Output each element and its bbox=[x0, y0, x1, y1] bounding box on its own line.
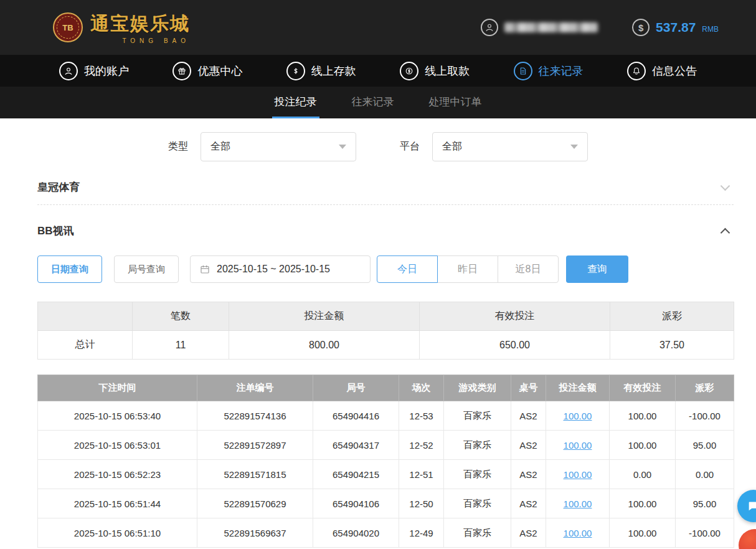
col-header-payout: 派彩 bbox=[676, 375, 734, 401]
search-button[interactable]: 查询 bbox=[566, 255, 628, 283]
query-toolbar: 日期查询 局号查询 2025-10-15 ~ 2025-10-15 今日 昨日 … bbox=[37, 255, 734, 283]
balance-amount: 537.87 bbox=[656, 20, 696, 35]
table-no: AS2 bbox=[511, 489, 546, 518]
date-range-input[interactable]: 2025-10-15 ~ 2025-10-15 bbox=[190, 255, 371, 283]
bet-time: 2025-10-15 06:51:10 bbox=[38, 518, 197, 548]
yesterday-button[interactable]: 昨日 bbox=[437, 255, 498, 283]
valid-bet: 100.00 bbox=[610, 489, 676, 518]
sub-tabs: 投注纪录 往来记录 处理中订单 bbox=[0, 87, 756, 118]
payout: 0.00 bbox=[676, 460, 734, 489]
brand-coin-label: TB bbox=[57, 16, 79, 39]
dollar-icon: $ bbox=[632, 19, 650, 36]
session: 12-49 bbox=[399, 518, 444, 548]
bet-id: 522891572897 bbox=[197, 431, 313, 460]
round-query-button[interactable]: 局号查询 bbox=[114, 255, 179, 283]
table-no: AS2 bbox=[511, 518, 546, 548]
brand-coin-icon: TB bbox=[53, 12, 83, 42]
bet-amount-link[interactable]: 100.00 bbox=[564, 411, 592, 421]
today-button[interactable]: 今日 bbox=[377, 255, 438, 283]
divider bbox=[37, 204, 734, 205]
session: 12-52 bbox=[399, 431, 444, 460]
nav-label: 我的账户 bbox=[84, 64, 129, 79]
date-query-button[interactable]: 日期查询 bbox=[37, 255, 102, 283]
chevron-down-icon[interactable] bbox=[721, 181, 730, 191]
balance-currency: RMB bbox=[702, 25, 719, 34]
table-header-row: 下注时间 注单编号 局号 场次 游戏类别 桌号 投注金额 有效投注 派彩 bbox=[38, 375, 734, 401]
section-crown-sports[interactable]: 皇冠体育 bbox=[37, 180, 734, 194]
valid-bet: 100.00 bbox=[610, 401, 676, 431]
summary-header-cell: 有效投注 bbox=[420, 302, 610, 331]
withdraw-icon bbox=[400, 62, 418, 80]
user-avatar-icon bbox=[481, 19, 498, 36]
summary-payout: 37.50 bbox=[610, 331, 734, 360]
table-no: AS2 bbox=[511, 460, 546, 489]
section-title: BB视讯 bbox=[37, 224, 74, 238]
brand-logo[interactable]: TB 通宝娱乐城 TONG BAO bbox=[53, 11, 190, 44]
game-type: 百家乐 bbox=[444, 401, 511, 431]
tab-betting-records[interactable]: 投注纪录 bbox=[272, 87, 319, 118]
bet-id: 522891574136 bbox=[197, 401, 313, 431]
round-no: 654904317 bbox=[313, 431, 399, 460]
nav-label: 线上存款 bbox=[311, 64, 356, 79]
chevron-up-icon[interactable] bbox=[721, 228, 730, 238]
session: 12-50 bbox=[399, 489, 444, 518]
tab-pending-orders[interactable]: 处理中订单 bbox=[427, 87, 484, 118]
tab-transaction-records[interactable]: 往来记录 bbox=[349, 87, 397, 118]
brand-name: 通宝娱乐城 bbox=[90, 11, 190, 37]
summary-header-cell: 派彩 bbox=[610, 302, 734, 331]
gift-icon bbox=[172, 62, 191, 80]
payout: -100.00 bbox=[676, 401, 734, 431]
bet-id: 522891570629 bbox=[197, 489, 313, 518]
main-nav: 我的账户 优惠中心 线上存款 线上取款 往来记录 信息公告 bbox=[0, 55, 756, 87]
game-type: 百家乐 bbox=[444, 460, 511, 489]
col-header-bet-time: 下注时间 bbox=[38, 375, 197, 401]
summary-header-cell: 笔数 bbox=[133, 302, 229, 331]
nav-item-promotions[interactable]: 优惠中心 bbox=[172, 62, 242, 80]
bell-icon bbox=[627, 62, 646, 80]
bet-amount-link[interactable]: 100.00 bbox=[564, 528, 592, 538]
bet-amount-link[interactable]: 100.00 bbox=[564, 440, 592, 451]
platform-select[interactable]: 全部 bbox=[432, 132, 588, 161]
nav-item-deposit[interactable]: 线上存款 bbox=[286, 62, 356, 80]
nav-label: 线上取款 bbox=[425, 64, 470, 79]
summary-bet-amount: 800.00 bbox=[229, 331, 420, 360]
type-select[interactable]: 全部 bbox=[201, 132, 356, 161]
deposit-icon bbox=[286, 62, 305, 80]
nav-label: 优惠中心 bbox=[197, 64, 242, 79]
nav-item-withdraw[interactable]: 线上取款 bbox=[400, 62, 470, 80]
session: 12-53 bbox=[399, 401, 444, 431]
section-bb-video[interactable]: BB视讯 bbox=[37, 224, 734, 238]
summary-valid-bet: 650.00 bbox=[420, 331, 610, 360]
type-select-value: 全部 bbox=[210, 140, 230, 153]
session: 12-51 bbox=[399, 460, 444, 489]
bet-amount-link[interactable]: 100.00 bbox=[564, 469, 592, 480]
game-type: 百家乐 bbox=[444, 489, 511, 518]
valid-bet: 0.00 bbox=[610, 460, 676, 489]
table-row: 2025-10-15 06:53:01 522891572897 6549043… bbox=[38, 431, 734, 460]
table-no: AS2 bbox=[511, 401, 546, 431]
brand-subtitle: TONG BAO bbox=[90, 37, 190, 44]
section-title: 皇冠体育 bbox=[37, 180, 80, 194]
col-header-game-type: 游戏类别 bbox=[444, 375, 511, 401]
chat-bubble-icon bbox=[747, 499, 756, 513]
last-8-days-button[interactable]: 近8日 bbox=[498, 255, 559, 283]
chevron-down-icon bbox=[339, 145, 346, 149]
game-type: 百家乐 bbox=[444, 518, 511, 548]
nav-label: 往来记录 bbox=[539, 64, 584, 79]
summary-total-label: 总计 bbox=[38, 331, 133, 360]
platform-select-value: 全部 bbox=[442, 140, 462, 153]
nav-item-records[interactable]: 往来记录 bbox=[514, 62, 584, 80]
user-chip[interactable] bbox=[481, 19, 598, 36]
summary-header-cell: 投注金额 bbox=[229, 302, 420, 331]
records-icon bbox=[514, 62, 532, 80]
table-row: 2025-10-15 06:51:10 522891569637 6549040… bbox=[38, 518, 734, 548]
col-header-round: 局号 bbox=[313, 375, 399, 401]
balance[interactable]: $ 537.87 RMB bbox=[632, 19, 719, 36]
round-no: 654904416 bbox=[313, 401, 399, 431]
table-row: 2025-10-15 06:52:23 522891571815 6549042… bbox=[38, 460, 734, 489]
round-no: 654904020 bbox=[313, 518, 399, 548]
nav-item-my-account[interactable]: 我的账户 bbox=[59, 62, 129, 80]
nav-item-announcements[interactable]: 信息公告 bbox=[627, 62, 697, 80]
payout: 95.00 bbox=[676, 489, 734, 518]
bet-amount-link[interactable]: 100.00 bbox=[564, 499, 592, 509]
